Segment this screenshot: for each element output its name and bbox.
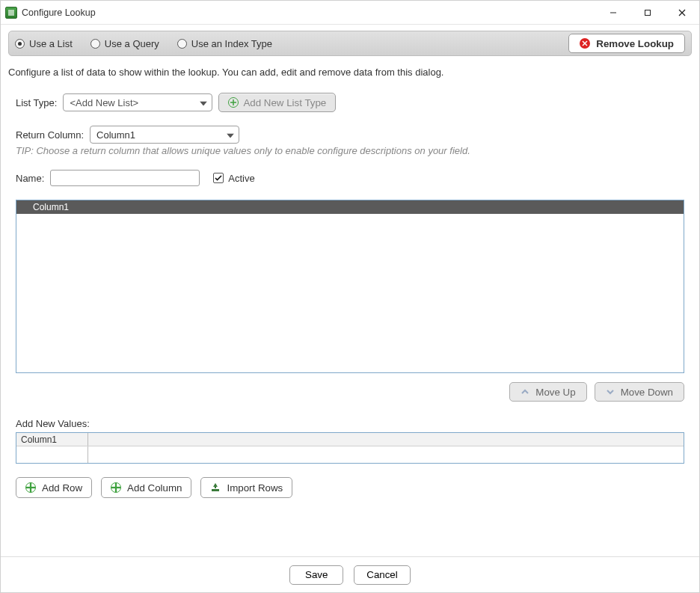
- add-row-button[interactable]: Add Row: [16, 477, 92, 498]
- radio-dot-icon: [15, 39, 25, 49]
- return-column-value: Column1: [96, 129, 135, 141]
- svg-rect-15: [212, 489, 219, 491]
- move-up-label: Move Up: [535, 387, 575, 398]
- name-row: Name: Active: [16, 170, 692, 186]
- add-row-label: Add Row: [42, 482, 82, 494]
- checkbox-icon: [213, 173, 224, 183]
- move-down-label: Move Down: [621, 387, 673, 398]
- svg-marker-10: [227, 134, 234, 138]
- svg-rect-17: [215, 486, 216, 488]
- plus-circle-icon: [228, 97, 239, 108]
- add-values-row: [16, 446, 684, 463]
- list-type-value: <Add New List>: [70, 97, 138, 108]
- svg-rect-2: [645, 10, 651, 15]
- lookup-source-bar: Use a List Use a Query Use an Index Type…: [8, 31, 692, 56]
- svg-rect-0: [8, 10, 14, 16]
- add-column-label: Add Column: [127, 482, 182, 494]
- return-column-label: Return Column:: [16, 129, 84, 141]
- add-values-col-header: Column1: [16, 433, 88, 446]
- list-type-label: List Type:: [16, 97, 57, 108]
- return-column-tip: TIP: Choose a return column that allows …: [16, 145, 692, 156]
- name-label: Name:: [16, 173, 44, 184]
- window-title: Configure Lookup: [22, 7, 96, 18]
- import-icon: [210, 482, 221, 493]
- window-controls: [596, 1, 699, 24]
- use-query-label: Use a Query: [105, 38, 159, 49]
- radio-dot-icon: [177, 39, 187, 49]
- minimize-button[interactable]: [596, 1, 630, 24]
- use-query-radio[interactable]: Use a Query: [90, 38, 159, 49]
- description-text: Configure a list of data to show within …: [8, 67, 692, 78]
- move-up-button[interactable]: Move Up: [509, 382, 586, 402]
- active-checkbox[interactable]: Active: [213, 173, 254, 184]
- maximize-button[interactable]: [630, 1, 665, 24]
- chevron-down-icon: [200, 97, 207, 108]
- name-input[interactable]: [50, 170, 200, 186]
- move-buttons: Move Up Move Down: [8, 382, 684, 402]
- lookup-values-grid[interactable]: Column1: [16, 200, 684, 373]
- save-button[interactable]: Save: [289, 565, 343, 585]
- remove-lookup-label: Remove Lookup: [596, 38, 674, 49]
- use-index-label: Use an Index Type: [191, 38, 272, 49]
- add-new-values-label: Add New Values:: [16, 418, 692, 429]
- import-rows-button[interactable]: Import Rows: [200, 477, 292, 498]
- cancel-button[interactable]: Cancel: [354, 565, 411, 585]
- add-column-button[interactable]: Add Column: [101, 477, 191, 498]
- chevron-down-icon: [227, 129, 234, 141]
- return-column-dropdown[interactable]: Column1: [90, 126, 239, 144]
- chevron-up-icon: [521, 388, 529, 396]
- move-down-button[interactable]: Move Down: [595, 382, 684, 402]
- lookup-source-radio-group: Use a List Use a Query Use an Index Type: [15, 38, 272, 49]
- add-values-row-key: [16, 446, 88, 463]
- save-label: Save: [305, 569, 328, 580]
- radio-dot-icon: [90, 39, 100, 49]
- add-new-list-type-button[interactable]: Add New List Type: [218, 93, 336, 112]
- grid-column-header: Column1: [33, 202, 69, 212]
- tool-buttons: Add Row Add Column Import Rows: [16, 477, 684, 498]
- chevron-down-icon: [606, 388, 615, 396]
- use-index-radio[interactable]: Use an Index Type: [177, 38, 272, 49]
- return-column-row: Return Column: Column1: [16, 126, 692, 144]
- close-button[interactable]: [665, 1, 699, 24]
- grid-header: Column1: [16, 200, 684, 214]
- add-new-list-type-label: Add New List Type: [243, 97, 326, 108]
- add-values-grid: Column1: [16, 432, 684, 464]
- grid-body[interactable]: [16, 214, 684, 372]
- import-rows-label: Import Rows: [227, 482, 283, 494]
- svg-marker-7: [200, 102, 207, 106]
- remove-lookup-button[interactable]: Remove Lookup: [568, 34, 685, 53]
- plus-circle-icon: [111, 482, 121, 493]
- list-type-row: List Type: <Add New List> Add New List T…: [16, 93, 692, 112]
- titlebar: Configure Lookup: [1, 1, 699, 25]
- use-list-label: Use a List: [29, 38, 73, 49]
- add-values-header: Column1: [16, 433, 684, 446]
- use-list-radio[interactable]: Use a List: [15, 38, 73, 49]
- app-icon: [5, 7, 17, 19]
- plus-circle-icon: [25, 482, 36, 493]
- add-values-row-input[interactable]: [88, 446, 684, 463]
- cancel-label: Cancel: [366, 569, 398, 580]
- dialog-footer: Save Cancel: [1, 556, 699, 592]
- remove-icon: [580, 38, 590, 49]
- list-type-dropdown[interactable]: <Add New List>: [63, 93, 212, 111]
- active-label: Active: [228, 173, 254, 184]
